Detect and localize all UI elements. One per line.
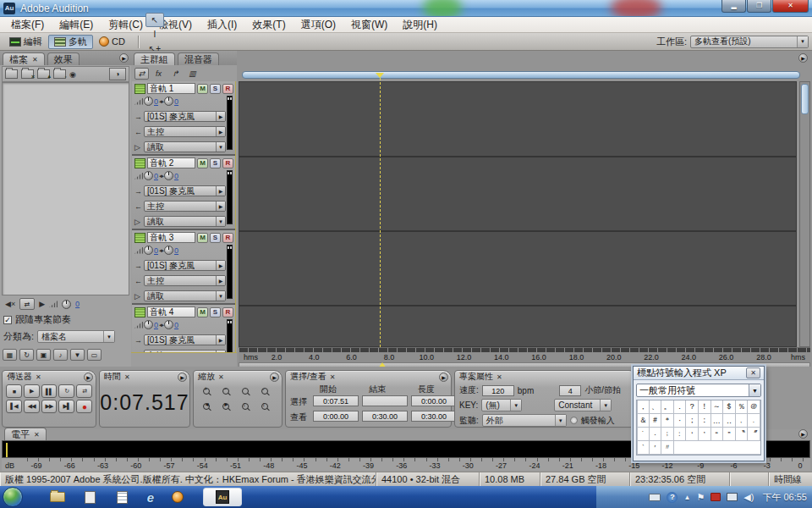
menu-item[interactable]: 編輯(E) [52,17,101,33]
selection-length-field[interactable]: 0:00.00 [411,395,457,406]
mute-button[interactable]: M [197,307,208,318]
mute-button[interactable]: M [197,158,208,168]
output-menu-icon[interactable]: ▶ [216,276,225,285]
menu-item[interactable]: 剪輯(C) [101,17,151,33]
key-combo[interactable]: (無) ▼ [481,399,522,411]
taskbar-audition-button[interactable]: Au [203,488,242,506]
symbol-cell[interactable]: 〞 [748,428,760,441]
monitor-combo[interactable]: 外部 ▼ [482,414,567,427]
symbol-cell[interactable]: ？ [686,400,699,414]
automation-menu-icon[interactable]: ▼ [216,291,225,301]
transport-panel-menu-button[interactable]: ▶ [84,373,93,382]
zoom-out-vertically-button[interactable]: ↕ [256,400,273,413]
preview-volume-value[interactable]: 0 [75,300,80,308]
symbol-cell[interactable]: 〝 [736,428,749,441]
loop-button[interactable]: ⇄ [76,384,92,398]
symbol-cell[interactable]: 、 [650,400,662,414]
selection-begin-field[interactable]: 0:07.51 [313,395,359,406]
symbol-cell[interactable]: ˙ [637,428,650,441]
zoom-out-button[interactable]: − [217,384,234,398]
automation-mode-field[interactable]: 讀取 ▼ [144,141,226,152]
pause-button[interactable]: ▌▌ [41,384,58,398]
track-input-field[interactable]: [01S] 麥克風 ▶ [144,334,226,345]
dropdown-arrow-icon[interactable]: ▼ [555,415,566,426]
transport-tab[interactable]: 傳送器 ✕ [3,371,96,383]
dropdown-arrow-icon[interactable]: ▼ [749,384,760,396]
files-panel-menu-button[interactable]: ▶ [119,53,129,63]
multitrack-view-button[interactable]: 多軌 [48,35,93,49]
mute-button[interactable]: M [197,233,208,243]
cd-view-button[interactable]: CD [93,35,131,49]
symbol-cell[interactable]: · [650,428,662,441]
time-ruler[interactable]: hms 2.04.06.08.010.012.014.016.018.020.0… [239,347,810,362]
horizontal-pan-scrollbar[interactable] [242,71,800,79]
tempo-field[interactable]: 120 [482,385,514,396]
toggle-track-controls-button[interactable]: ⇄ [134,68,149,80]
volume-icon[interactable]: ◀) [743,492,754,503]
selection-panel-menu-button[interactable]: ▶ [439,373,448,382]
automation-mode-field[interactable]: 讀取 ▼ [144,290,226,301]
record-button[interactable]: ● [76,400,92,413]
hybrid-tool-button[interactable]: ↖ [145,13,164,27]
tab-close-icon[interactable]: ✕ [34,431,40,439]
symbol-cell[interactable]: ＊ [661,414,674,428]
tab-close-icon[interactable]: ✕ [330,373,336,381]
track-pan-value[interactable]: 0 [174,172,178,180]
symbol-cell[interactable]: ﹐ [736,414,749,428]
symbol-cell[interactable]: “ [711,428,724,441]
view-length-field[interactable]: 0:30.00 [411,411,457,422]
import-file-icon[interactable] [5,69,18,79]
battery-icon[interactable] [710,493,721,501]
menu-item[interactable]: 效果(T) [244,17,293,33]
input-menu-icon[interactable]: ▶ [216,261,225,270]
action-center-flag-icon[interactable]: ⚑ [696,492,705,503]
timeline-panel-menu-button[interactable]: ▶ [798,53,808,63]
symbol-cell[interactable]: 〃 [661,441,674,455]
solo-button[interactable]: S [210,84,221,94]
input-menu-icon[interactable]: ▶ [216,186,225,196]
record-arm-button[interactable]: R [222,84,233,94]
keyboard-layout-icon[interactable] [649,494,661,501]
tab-close-icon[interactable]: ✕ [36,373,41,381]
punctuation-close-button[interactable]: ✕ [746,367,760,378]
dropdown-arrow-icon[interactable]: ▼ [600,400,611,411]
tab-main-group[interactable]: 主群組 [134,52,175,65]
track-lanes[interactable] [239,81,797,347]
go-to-end-button[interactable]: ▶▌ [58,400,74,413]
close-file-icon[interactable]: × [21,69,34,79]
symbol-cell[interactable]: ～ [711,400,724,414]
menu-item[interactable]: 檔案(F) [3,17,52,33]
preview-volume-knob[interactable] [62,300,71,309]
quicklaunch-ie-icon[interactable]: e [140,489,161,505]
edit-view-button[interactable]: 編輯 [3,35,48,49]
symbol-cell[interactable]: ， [637,400,650,414]
symbol-cell[interactable]: ＄ [723,400,736,414]
track-volume-value[interactable]: 0 [154,246,158,255]
track-name-field[interactable]: 音軌 3 [147,232,195,243]
insert-into-cd-icon[interactable]: ◦ [53,69,66,79]
sort-combo[interactable]: 檔案名 ▼ [37,330,115,343]
track-pan-value[interactable]: 0 [174,97,178,106]
track-output-field[interactable]: 主控 ▶ [144,126,226,137]
track-pan-knob[interactable] [164,171,173,180]
track-input-field[interactable]: [01S] 麥克風 ▶ [144,185,226,196]
file-list[interactable] [2,82,129,295]
follow-tempo-checkbox[interactable]: ✓ [3,316,12,324]
zoom-in-right-edge-button[interactable]: ► [217,400,234,413]
dropdown-arrow-icon[interactable]: ▼ [103,331,114,342]
menu-item[interactable]: 說明(H) [395,17,445,33]
punctuation-window-titlebar[interactable]: 標點符號輸入程式 XP ✕ [634,367,764,380]
quicklaunch-notepad-icon[interactable] [112,489,132,505]
rewind-button[interactable]: ◀◀ [24,400,40,413]
symbol-cell[interactable]: ． [674,400,687,414]
tab-levels[interactable]: 電平 ✕ [4,428,47,440]
dropdown-arrow-icon[interactable]: ▼ [797,36,808,47]
tab-effects[interactable]: 效果 [47,52,80,65]
zoom-in-vertically-button[interactable]: ↕ [237,400,254,413]
tab-files[interactable]: 檔案 ✕ [3,52,45,65]
track-pan-value[interactable]: 0 [174,321,178,329]
time-selection-tool-button[interactable]: I [145,27,164,41]
symbol-cell[interactable]: ′ [650,441,662,455]
view-begin-field[interactable]: 0:00.00 [313,411,359,422]
beats-field[interactable]: 4 [559,385,581,396]
